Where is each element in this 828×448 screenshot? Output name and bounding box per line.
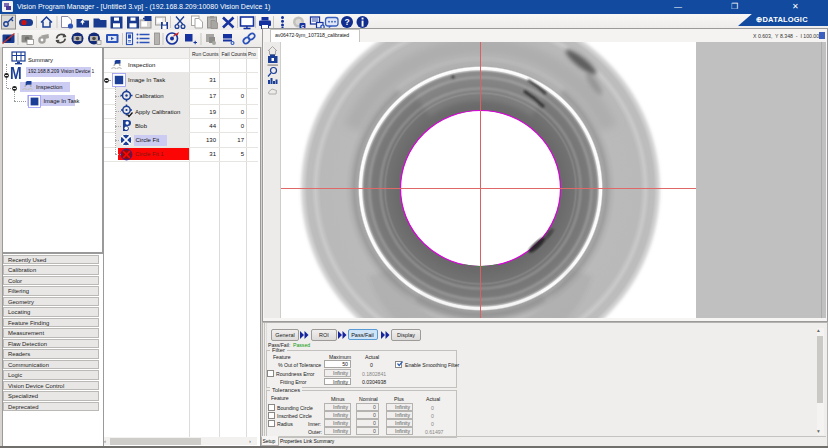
svg-text:?: ? [344,17,349,27]
